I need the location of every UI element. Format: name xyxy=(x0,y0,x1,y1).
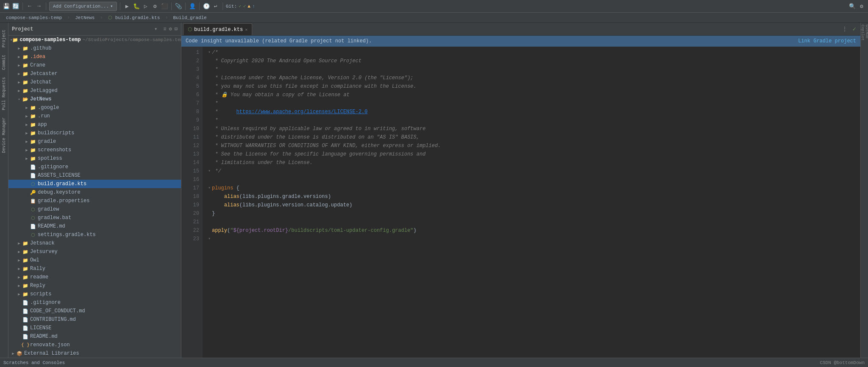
history-icon[interactable]: 🕐 xyxy=(203,3,210,10)
link-gradle-project[interactable]: Link Gradle project xyxy=(798,38,856,44)
tab-build-gradle[interactable]: ⬡ build.gradle.kts xyxy=(104,13,164,22)
tree-root[interactable]: ▾ 📁 compose-samples-temp ~/StudioProject… xyxy=(8,36,181,44)
tree-label-gradle: gradle xyxy=(38,139,56,145)
tree-item-gradle-properties[interactable]: 📋 gradle.properties xyxy=(8,197,181,205)
save-icon[interactable]: 💾 xyxy=(3,3,10,10)
sidebar-tab-device-manager[interactable]: Device Manager xyxy=(1,114,7,156)
code-line-6: * 🔒 You may obtain a copy of the License… xyxy=(207,91,860,99)
add-configuration-button[interactable]: Add Configuration... ▾ xyxy=(49,2,117,11)
folder-scripts-icon: 📁 xyxy=(22,292,29,297)
code-line-20: } xyxy=(207,209,860,218)
tree-item-root-gitignore[interactable]: 📄 .gitignore xyxy=(8,298,181,307)
tree-item-run[interactable]: ▶ 📁 .run xyxy=(8,112,181,120)
tree-item-settings-gradle[interactable]: ⬡ settings.gradle.kts xyxy=(8,231,181,239)
tree-item-assets-license[interactable]: 📄 ASSETS_LICENSE xyxy=(8,171,181,180)
scratches-consoles-label[interactable]: Scratches and Consoles xyxy=(3,360,65,365)
tab-jetnews[interactable]: JetNews xyxy=(71,13,99,22)
fold-1[interactable]: ▾ xyxy=(207,48,212,57)
tree-item-gradle[interactable]: ▶ 📁 gradle xyxy=(8,137,181,146)
tree-item-rally[interactable]: ▶ 📁 Rally xyxy=(8,264,181,273)
tree-item-reply[interactable]: ▶ 📁 Reply xyxy=(8,281,181,290)
breadcrumb-tabs: compose-samples-temp › JetNews › ⬡ build… xyxy=(0,13,868,23)
tree-item-buildscripts[interactable]: ▶ 📁 buildscripts xyxy=(8,129,181,137)
tree-item-jetcaster[interactable]: ▶ 📁 Jetcaster xyxy=(8,70,181,78)
file-root-gitignore-icon: 📄 xyxy=(22,300,29,306)
fold-23[interactable]: ▾ xyxy=(207,235,212,243)
forward-icon[interactable]: → xyxy=(35,3,43,10)
panel-gear-icon[interactable]: ⚙ xyxy=(169,26,172,32)
tree-item-owl[interactable]: ▶ 📁 Owl xyxy=(8,256,181,264)
tree-item-screenshots[interactable]: ▶ 📁 screenshots xyxy=(8,146,181,154)
search-icon[interactable]: 🔍 xyxy=(849,3,856,10)
tab-compose-samples[interactable]: compose-samples-temp xyxy=(2,13,66,22)
tree-item-contributing[interactable]: 📄 CONTRIBUTING.md xyxy=(8,315,181,324)
tree-item-external-libs[interactable]: ▶ 📦 External Libraries xyxy=(8,349,181,358)
file-renovate-icon: { } xyxy=(22,342,29,348)
panel-collapse-icon[interactable]: ⊟ xyxy=(175,26,178,32)
run-icon[interactable]: ▶ xyxy=(123,3,131,10)
tree-item-gitignore-jetnews[interactable]: 📄 .gitignore xyxy=(8,163,181,171)
tree-item-scripts[interactable]: ▶ 📁 scripts xyxy=(8,290,181,298)
tree-item-renovate[interactable]: { } renovate.json xyxy=(8,341,181,349)
code-line-17: ▾ plugins { xyxy=(207,184,860,192)
tree-label-readme-folder: readme xyxy=(30,274,48,280)
tree-label-rally: Rally xyxy=(30,266,45,272)
tree-item-code-of-conduct[interactable]: 📄 CODE_OF_CONDUCT.md xyxy=(8,307,181,315)
tree-item-idea[interactable]: ▶ 📁 .idea xyxy=(8,53,181,61)
tree-item-jetlagged[interactable]: ▶ 📁 JetLagged xyxy=(8,86,181,95)
editor-tab-menu-icon[interactable]: ⋮ xyxy=(839,25,850,33)
tab-build-gradle-plain[interactable]: Build_gradle xyxy=(169,13,211,22)
code-line-15: ▾ */ xyxy=(207,167,860,175)
sidebar-tab-commit[interactable]: Commit xyxy=(1,51,7,73)
tree-item-debug-keystore[interactable]: 🔑 debug.keystore xyxy=(8,188,181,197)
undo-icon[interactable]: ↩ xyxy=(212,3,220,10)
fold-15[interactable]: ▾ xyxy=(207,167,212,175)
tab-close-icon[interactable]: ✕ xyxy=(245,27,248,32)
panel-settings-icon[interactable]: ≡ xyxy=(163,26,166,32)
back-icon[interactable]: ← xyxy=(26,3,33,10)
arrow-jetnews-icon: ▾ xyxy=(16,97,22,102)
folder-gradle-icon: 📁 xyxy=(30,139,36,145)
tree-item-readme-jetnews[interactable]: 📄 README.md xyxy=(8,222,181,231)
tree-item-readme-folder[interactable]: ▶ 📁 readme xyxy=(8,273,181,281)
tree-item-jetsurvey[interactable]: ▶ 📁 Jetsurvey xyxy=(8,247,181,256)
tree-item-crane[interactable]: ▶ 📁 Crane xyxy=(8,61,181,70)
profile-icon[interactable]: 👤 xyxy=(189,3,196,10)
build-icon[interactable]: ⚙ xyxy=(151,3,159,10)
editor-tab-build-gradle[interactable]: ⬡ build.gradle.kts ✕ xyxy=(183,23,252,35)
tree-label-spotless: spotless xyxy=(38,156,62,161)
sync-icon[interactable]: 🔄 xyxy=(12,3,19,10)
git-status: Git: ✓ ✓ ▲ ↑ xyxy=(226,3,255,9)
tree-item-app[interactable]: ▶ 📁 app xyxy=(8,120,181,129)
tree-item-jetnews[interactable]: ▾ 📂 JetNews xyxy=(8,95,181,103)
tree-item-gradlew[interactable]: ⬡ gradlew xyxy=(8,205,181,214)
arrow-google-icon: ▶ xyxy=(24,106,30,110)
tree-item-gradlew-bat[interactable]: ⬡ gradlew.bat xyxy=(8,214,181,222)
stop-icon[interactable]: ⬛ xyxy=(161,3,168,10)
code-content[interactable]: ▾ /* * Copyright 2020 The Android Open S… xyxy=(203,47,860,358)
code-line-2: * Copyright 2020 The Android Open Source… xyxy=(207,57,860,65)
tree-item-github[interactable]: ▶ 📁 .github xyxy=(8,44,181,53)
tree-item-build-gradle-kts[interactable]: ⬡ build.gradle.kts xyxy=(8,180,181,188)
tree-item-google[interactable]: ▶ 📁 .google xyxy=(8,103,181,112)
project-dropdown-icon[interactable]: ▾ xyxy=(154,26,157,32)
github-copilot-tab[interactable]: GitHub Copilot xyxy=(861,23,868,53)
tree-item-root-readme[interactable]: 📄 README.md xyxy=(8,332,181,341)
tree-label-ext-libs: External Libraries xyxy=(24,350,79,356)
tree-item-jetchat[interactable]: ▶ 📁 Jetchat xyxy=(8,78,181,86)
code-line-5: * you may not use this file except in co… xyxy=(207,82,860,91)
debug-icon[interactable]: 🐛 xyxy=(133,3,140,10)
sidebar-tab-pull-requests[interactable]: Pull Requests xyxy=(1,74,7,114)
file-debug-ks-icon: 🔑 xyxy=(30,190,36,195)
arrow-ext-libs-icon: ▶ xyxy=(10,351,16,356)
settings-icon[interactable]: ⚙ xyxy=(858,3,865,10)
run-coverage-icon[interactable]: ▷ xyxy=(142,3,150,10)
sidebar-tab-project[interactable]: Project xyxy=(1,26,7,51)
tree-item-spotless[interactable]: ▶ 📁 spotless xyxy=(8,154,181,163)
tree-item-license[interactable]: 📄 LICENSE xyxy=(8,324,181,332)
line-numbers: 12345 678910 1112131415 1617181920 21222… xyxy=(181,47,203,358)
tree-item-jetsnack[interactable]: ▶ 📁 Jetsnack xyxy=(8,239,181,247)
folder-idea-icon: 📁 xyxy=(22,54,29,60)
fold-17[interactable]: ▾ xyxy=(207,184,212,192)
attach-icon[interactable]: 📎 xyxy=(175,3,182,10)
